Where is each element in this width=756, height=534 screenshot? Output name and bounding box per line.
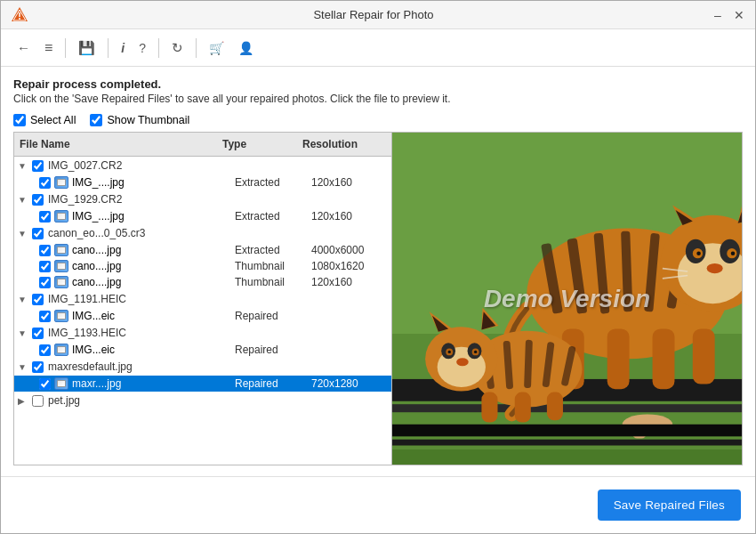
help-icon: ?	[139, 41, 146, 55]
bottom-bar: Save Repaired Files	[1, 476, 755, 533]
show-thumbnail-label[interactable]: Show Thumbnail	[90, 114, 189, 126]
save-toolbar-button[interactable]: 💾	[73, 36, 101, 60]
group-checkbox[interactable]	[32, 228, 44, 239]
file-checkbox[interactable]	[39, 245, 51, 256]
file-type: Extracted	[231, 244, 311, 256]
file-icon	[54, 276, 68, 288]
group-name: IMG_1193.HEIC	[48, 327, 126, 339]
back-icon: ←	[17, 40, 30, 55]
file-name-text: IMG_....jpg	[72, 176, 125, 189]
file-row[interactable]: IMG_....jpg Extracted 120x160	[14, 174, 391, 190]
file-name-cell: cano....jpg	[14, 276, 231, 288]
chevron-icon: ▼	[18, 195, 28, 205]
refresh-button[interactable]: ↻	[166, 36, 189, 60]
file-checkbox[interactable]	[39, 211, 51, 222]
group-row[interactable]: ▼ IMG_0027.CR2	[14, 157, 391, 174]
thumbnail-icon	[57, 213, 66, 220]
file-name-text: cano....jpg	[72, 276, 121, 288]
show-thumbnail-checkbox[interactable]	[90, 114, 102, 126]
file-list-body[interactable]: ▼ IMG_0027.CR2 IMG_....jpg Extracted 120…	[14, 157, 391, 465]
thumbnail-icon	[57, 263, 66, 270]
svg-point-22	[731, 251, 736, 255]
separator-2	[108, 38, 109, 58]
file-row[interactable]: maxr....jpg Repaired 720x1280	[14, 376, 391, 392]
file-row[interactable]: IMG...eic Repaired	[14, 342, 391, 358]
help-button[interactable]: ?	[133, 37, 151, 59]
preview-panel: Demo Version	[392, 133, 742, 465]
file-icon	[54, 344, 68, 356]
file-checkbox[interactable]	[39, 378, 51, 390]
close-button[interactable]: ✕	[732, 8, 746, 22]
file-type: Repaired	[231, 377, 311, 390]
refresh-icon: ↻	[172, 40, 183, 56]
group-row[interactable]: ▶ pet.jpg	[14, 392, 391, 409]
file-checkbox[interactable]	[39, 177, 51, 189]
select-all-checkbox[interactable]	[13, 114, 26, 126]
file-resolution: 120x160	[311, 176, 391, 189]
file-name-text: cano....jpg	[72, 244, 121, 256]
back-button[interactable]: ←	[12, 36, 36, 59]
file-resolution: 720x1280	[311, 377, 391, 390]
thumbnail-icon	[57, 247, 66, 254]
file-row[interactable]: cano....jpg Thumbnail 1080x1620	[14, 258, 391, 274]
group-row[interactable]: ▼ canon_eo...0_05.cr3	[14, 224, 391, 242]
status-bold: Repair process completed.	[13, 77, 743, 91]
file-row[interactable]: cano....jpg Thumbnail 120x160	[14, 274, 391, 290]
select-all-text: Select All	[30, 114, 76, 126]
separator-3	[158, 38, 159, 58]
save-repaired-files-button[interactable]: Save Repaired Files	[598, 490, 741, 521]
group-row[interactable]: ▼ IMG_1191.HEIC	[14, 290, 391, 308]
file-icon	[54, 244, 68, 256]
group-checkbox[interactable]	[32, 294, 44, 305]
svg-rect-56	[515, 392, 531, 423]
svg-rect-7	[392, 404, 742, 412]
file-type: Extracted	[231, 176, 311, 189]
show-thumbnail-text: Show Thumbnail	[107, 114, 189, 126]
file-type: Thumbnail	[231, 276, 311, 288]
svg-point-50	[456, 358, 469, 366]
file-checkbox[interactable]	[39, 277, 51, 288]
account-button[interactable]: 👤	[233, 37, 259, 59]
cart-button[interactable]: 🛒	[204, 37, 229, 59]
group-row[interactable]: ▼ IMG_1193.HEIC	[14, 324, 391, 342]
file-type: Repaired	[231, 310, 311, 322]
header-type: Type	[217, 136, 297, 152]
file-row[interactable]: IMG...eic Repaired	[14, 308, 391, 324]
group-checkbox[interactable]	[32, 160, 44, 172]
file-name-text: cano....jpg	[72, 260, 121, 272]
menu-button[interactable]: ≡	[39, 36, 58, 60]
file-name-cell: IMG...eic	[14, 344, 231, 356]
svg-rect-34	[653, 328, 675, 389]
group-checkbox[interactable]	[32, 194, 44, 206]
group-checkbox[interactable]	[32, 361, 44, 373]
file-name-cell: IMG...eic	[14, 310, 231, 322]
svg-rect-62	[392, 449, 742, 465]
file-name-text: maxr....jpg	[72, 377, 121, 390]
group-row[interactable]: ▼ IMG_1929.CR2	[14, 190, 391, 208]
group-row[interactable]: ▼ maxresdefault.jpg	[14, 358, 391, 376]
chevron-icon: ▼	[18, 362, 28, 372]
window-controls: – ✕	[711, 8, 746, 22]
group-checkbox[interactable]	[32, 328, 44, 339]
minimize-button[interactable]: –	[711, 8, 725, 22]
file-list-panel: File Name Type Resolution ▼ IMG_0027.CR2…	[14, 133, 392, 465]
info-button[interactable]: i	[116, 37, 130, 59]
thumbnail-icon	[57, 312, 66, 320]
file-checkbox[interactable]	[39, 311, 51, 322]
file-row[interactable]: IMG_....jpg Extracted 120x160	[14, 208, 391, 224]
select-all-label[interactable]: Select All	[13, 114, 76, 126]
file-row[interactable]: cano....jpg Extracted 4000x6000	[14, 242, 391, 258]
file-checkbox[interactable]	[39, 344, 51, 356]
chevron-icon: ▼	[18, 295, 28, 304]
file-icon	[54, 260, 68, 272]
window-title: Stellar Repair for Photo	[36, 8, 711, 21]
header-resolution: Resolution	[297, 136, 377, 152]
file-name-text: IMG...eic	[72, 310, 115, 322]
group-checkbox[interactable]	[32, 395, 44, 407]
file-name-cell: cano....jpg	[14, 260, 231, 272]
file-type: Repaired	[231, 344, 311, 356]
svg-rect-61	[392, 440, 742, 446]
separator-1	[65, 38, 66, 58]
file-checkbox[interactable]	[39, 261, 51, 272]
main-panel: File Name Type Resolution ▼ IMG_0027.CR2…	[13, 132, 743, 465]
